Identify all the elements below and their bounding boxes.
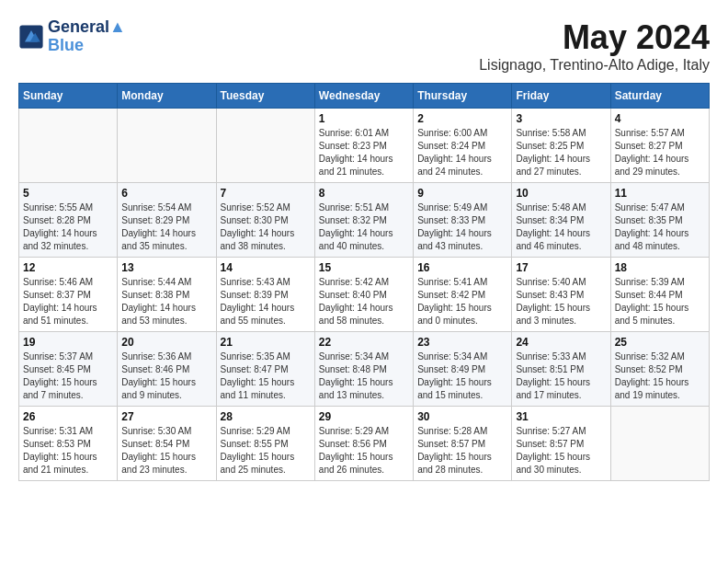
calendar-cell: 19Sunrise: 5:37 AM Sunset: 8:45 PM Dayli… [19,332,118,407]
weekday-header-thursday: Thursday [414,84,512,109]
day-number: 3 [516,112,606,125]
calendar-cell: 6Sunrise: 5:54 AM Sunset: 8:29 PM Daylig… [118,183,216,258]
day-number: 1 [319,112,409,125]
day-info: Sunrise: 5:27 AM Sunset: 8:57 PM Dayligh… [516,425,606,477]
calendar-cell: 4Sunrise: 5:57 AM Sunset: 8:27 PM Daylig… [610,109,709,183]
weekday-header-friday: Friday [512,84,610,109]
day-info: Sunrise: 5:29 AM Sunset: 8:55 PM Dayligh… [221,425,311,477]
day-info: Sunrise: 5:31 AM Sunset: 8:53 PM Dayligh… [23,425,113,477]
logo-text: General▲ Blue [48,18,126,55]
day-info: Sunrise: 5:40 AM Sunset: 8:43 PM Dayligh… [516,276,606,327]
location-title: Lisignago, Trentino-Alto Adige, Italy [479,57,710,74]
day-info: Sunrise: 5:47 AM Sunset: 8:35 PM Dayligh… [615,201,705,253]
week-row-4: 19Sunrise: 5:37 AM Sunset: 8:45 PM Dayli… [19,332,710,407]
calendar-cell: 28Sunrise: 5:29 AM Sunset: 8:55 PM Dayli… [216,407,314,481]
month-title: May 2024 [479,18,710,57]
weekday-header-saturday: Saturday [610,84,709,109]
week-row-5: 26Sunrise: 5:31 AM Sunset: 8:53 PM Dayli… [19,407,710,481]
calendar-cell: 31Sunrise: 5:27 AM Sunset: 8:57 PM Dayli… [512,407,610,481]
day-info: Sunrise: 5:42 AM Sunset: 8:40 PM Dayligh… [319,276,409,327]
day-info: Sunrise: 5:37 AM Sunset: 8:45 PM Dayligh… [23,350,113,402]
day-number: 16 [417,261,507,274]
day-info: Sunrise: 5:51 AM Sunset: 8:32 PM Dayligh… [319,201,409,253]
day-number: 22 [319,336,409,349]
day-number: 13 [121,261,211,274]
day-info: Sunrise: 6:01 AM Sunset: 8:23 PM Dayligh… [319,127,409,178]
day-number: 15 [319,261,409,274]
calendar-cell [610,407,709,481]
calendar-cell: 18Sunrise: 5:39 AM Sunset: 8:44 PM Dayli… [610,258,709,332]
weekday-header-row: SundayMondayTuesdayWednesdayThursdayFrid… [19,84,710,109]
calendar-cell: 10Sunrise: 5:48 AM Sunset: 8:34 PM Dayli… [512,183,610,258]
day-info: Sunrise: 5:48 AM Sunset: 8:34 PM Dayligh… [516,201,606,253]
day-number: 19 [23,336,113,349]
calendar-cell: 3Sunrise: 5:58 AM Sunset: 8:25 PM Daylig… [512,109,610,183]
calendar-cell: 23Sunrise: 5:34 AM Sunset: 8:49 PM Dayli… [414,332,512,407]
week-row-2: 5Sunrise: 5:55 AM Sunset: 8:28 PM Daylig… [19,183,710,258]
weekday-header-tuesday: Tuesday [216,84,314,109]
day-info: Sunrise: 5:55 AM Sunset: 8:28 PM Dayligh… [23,201,113,253]
day-info: Sunrise: 5:49 AM Sunset: 8:33 PM Dayligh… [417,201,507,253]
calendar-cell: 7Sunrise: 5:52 AM Sunset: 8:30 PM Daylig… [216,183,314,258]
calendar-cell: 27Sunrise: 5:30 AM Sunset: 8:54 PM Dayli… [118,407,216,481]
calendar-cell: 26Sunrise: 5:31 AM Sunset: 8:53 PM Dayli… [19,407,118,481]
day-number: 12 [23,261,113,274]
day-info: Sunrise: 5:39 AM Sunset: 8:44 PM Dayligh… [615,276,705,327]
day-info: Sunrise: 5:54 AM Sunset: 8:29 PM Dayligh… [121,201,211,253]
calendar-cell: 30Sunrise: 5:28 AM Sunset: 8:57 PM Dayli… [414,407,512,481]
calendar-cell: 2Sunrise: 6:00 AM Sunset: 8:24 PM Daylig… [414,109,512,183]
day-info: Sunrise: 5:58 AM Sunset: 8:25 PM Dayligh… [516,127,606,178]
day-number: 8 [319,187,409,200]
day-number: 24 [516,336,606,349]
day-number: 31 [516,410,606,423]
calendar-cell: 24Sunrise: 5:33 AM Sunset: 8:51 PM Dayli… [512,332,610,407]
day-number: 27 [121,410,211,423]
day-info: Sunrise: 5:29 AM Sunset: 8:56 PM Dayligh… [319,425,409,477]
calendar-cell: 8Sunrise: 5:51 AM Sunset: 8:32 PM Daylig… [314,183,413,258]
calendar-cell: 25Sunrise: 5:32 AM Sunset: 8:52 PM Dayli… [610,332,709,407]
calendar-cell: 12Sunrise: 5:46 AM Sunset: 8:37 PM Dayli… [19,258,118,332]
day-number: 25 [615,336,705,349]
day-number: 7 [221,187,311,200]
weekday-header-monday: Monday [118,84,216,109]
calendar-cell: 22Sunrise: 5:34 AM Sunset: 8:48 PM Dayli… [314,332,413,407]
day-number: 9 [417,187,507,200]
day-number: 21 [221,336,311,349]
day-number: 6 [121,187,211,200]
page-header: General▲ Blue May 2024 Lisignago, Trenti… [18,18,710,74]
day-info: Sunrise: 5:32 AM Sunset: 8:52 PM Dayligh… [615,350,705,402]
day-info: Sunrise: 5:34 AM Sunset: 8:49 PM Dayligh… [417,350,507,402]
day-info: Sunrise: 5:35 AM Sunset: 8:47 PM Dayligh… [221,350,311,402]
calendar-cell: 16Sunrise: 5:41 AM Sunset: 8:42 PM Dayli… [414,258,512,332]
calendar-cell: 11Sunrise: 5:47 AM Sunset: 8:35 PM Dayli… [610,183,709,258]
calendar-cell: 14Sunrise: 5:43 AM Sunset: 8:39 PM Dayli… [216,258,314,332]
calendar-cell: 21Sunrise: 5:35 AM Sunset: 8:47 PM Dayli… [216,332,314,407]
day-number: 2 [417,112,507,125]
calendar-cell: 13Sunrise: 5:44 AM Sunset: 8:38 PM Dayli… [118,258,216,332]
day-number: 4 [615,112,705,125]
calendar-cell: 5Sunrise: 5:55 AM Sunset: 8:28 PM Daylig… [19,183,118,258]
day-info: Sunrise: 5:28 AM Sunset: 8:57 PM Dayligh… [417,425,507,477]
logo: General▲ Blue [18,18,126,55]
day-info: Sunrise: 5:33 AM Sunset: 8:51 PM Dayligh… [516,350,606,402]
day-number: 5 [23,187,113,200]
title-block: May 2024 Lisignago, Trentino-Alto Adige,… [479,18,710,74]
day-number: 18 [615,261,705,274]
day-info: Sunrise: 5:41 AM Sunset: 8:42 PM Dayligh… [417,276,507,327]
day-info: Sunrise: 5:34 AM Sunset: 8:48 PM Dayligh… [319,350,409,402]
day-number: 20 [121,336,211,349]
day-number: 23 [417,336,507,349]
weekday-header-wednesday: Wednesday [314,84,413,109]
day-number: 26 [23,410,113,423]
calendar-cell: 9Sunrise: 5:49 AM Sunset: 8:33 PM Daylig… [414,183,512,258]
day-info: Sunrise: 5:57 AM Sunset: 8:27 PM Dayligh… [615,127,705,178]
calendar-cell: 15Sunrise: 5:42 AM Sunset: 8:40 PM Dayli… [314,258,413,332]
day-info: Sunrise: 5:44 AM Sunset: 8:38 PM Dayligh… [121,276,211,327]
calendar-cell [118,109,216,183]
logo-icon [18,24,44,50]
day-number: 28 [221,410,311,423]
calendar-cell: 17Sunrise: 5:40 AM Sunset: 8:43 PM Dayli… [512,258,610,332]
calendar-cell: 29Sunrise: 5:29 AM Sunset: 8:56 PM Dayli… [314,407,413,481]
day-info: Sunrise: 5:30 AM Sunset: 8:54 PM Dayligh… [121,425,211,477]
week-row-1: 1Sunrise: 6:01 AM Sunset: 8:23 PM Daylig… [19,109,710,183]
